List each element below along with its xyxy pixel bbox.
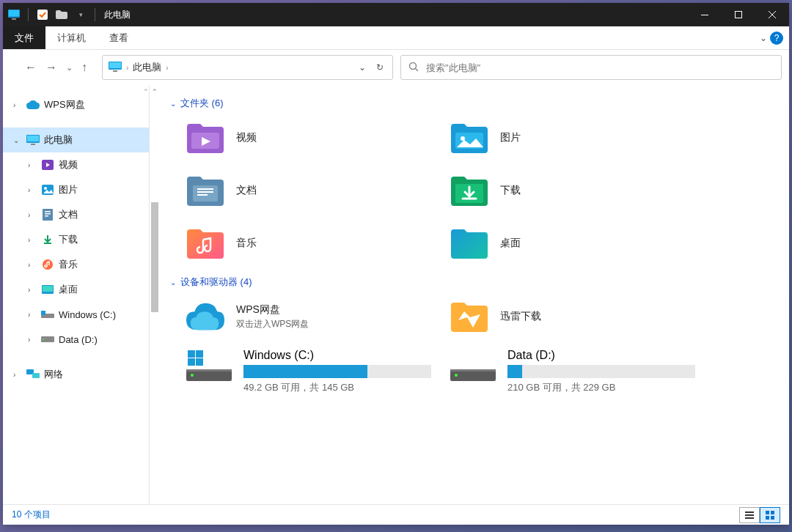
wps-cloud-icon <box>186 300 224 333</box>
tile-label: WPS网盘 <box>236 303 309 317</box>
nav-history-dropdown[interactable]: ⌄ <box>66 63 73 73</box>
tile-label: 视频 <box>236 131 257 144</box>
group-label: 文件夹 (6) <box>180 97 224 110</box>
separator <box>28 8 29 21</box>
tree-item-videos[interactable]: › 视频 <box>3 152 149 177</box>
status-item-count: 10 个项目 <box>12 509 51 521</box>
chevron-right-icon[interactable]: › <box>13 101 22 109</box>
dropdown-titlebar-icon[interactable]: ▾ <box>74 8 87 21</box>
nav-forward-button[interactable]: → <box>45 61 57 74</box>
svg-rect-8 <box>113 70 117 72</box>
tile-label: 下载 <box>500 184 521 197</box>
ribbon: 文件 计算机 查看 ⌄ ? <box>3 26 789 50</box>
music-folder-icon <box>186 226 224 260</box>
drive-label: Windows (C:) <box>243 349 431 362</box>
folder-titlebar-icon[interactable] <box>55 8 68 21</box>
sidebar-scroll-up-icon[interactable]: ⌃ <box>143 88 149 95</box>
svg-rect-13 <box>31 144 35 145</box>
svg-rect-56 <box>766 516 769 520</box>
drive-tile-d[interactable]: Data (D:) 210 GB 可用，共 229 GB <box>447 346 697 402</box>
quick-access-icon[interactable] <box>36 8 49 21</box>
search-box[interactable] <box>400 55 782 80</box>
tile-label: 文档 <box>236 184 257 197</box>
chevron-right-icon[interactable]: › <box>28 186 37 194</box>
crumb-sep[interactable]: › <box>166 64 168 72</box>
crumb-sep[interactable]: › <box>126 64 128 72</box>
tree-label: 桌面 <box>59 283 78 296</box>
minimize-button[interactable] <box>688 3 722 26</box>
search-input[interactable] <box>426 62 774 73</box>
tree-item-pictures[interactable]: › 图片 <box>3 177 149 202</box>
tree-item-documents[interactable]: › 文档 <box>3 202 149 227</box>
svg-rect-5 <box>736 12 742 18</box>
folder-tile-downloads[interactable]: 下载 <box>447 167 697 214</box>
ribbon-collapse-icon[interactable]: ⌄ <box>760 33 767 43</box>
wps-cloud-icon <box>26 98 40 111</box>
tree-item-d-drive[interactable]: › Data (D:) <box>3 327 149 352</box>
close-button[interactable] <box>755 3 789 26</box>
device-tile-xunlei[interactable]: 迅雷下载 <box>447 293 697 340</box>
this-pc-addr-icon <box>109 62 122 74</box>
group-header-devices[interactable]: ⌄ 设备和驱动器 (4) <box>170 276 782 289</box>
drive-subtitle: 49.2 GB 可用，共 145 GB <box>243 381 431 394</box>
chevron-down-icon[interactable]: ⌄ <box>13 136 22 144</box>
tree-item-wps[interactable]: › WPS网盘 <box>3 92 149 117</box>
tree-item-desktop[interactable]: › 桌面 <box>3 277 149 302</box>
svg-rect-2 <box>12 18 16 20</box>
folder-tile-music[interactable]: 音乐 <box>183 220 433 267</box>
tree-item-this-pc[interactable]: ⌄ 此电脑 <box>3 128 149 152</box>
help-button[interactable]: ? <box>770 32 783 45</box>
ribbon-tab-file[interactable]: 文件 <box>3 26 45 49</box>
svg-rect-42 <box>186 369 232 372</box>
tree-label: 视频 <box>59 158 78 171</box>
tree-item-music[interactable]: › 音乐 <box>3 252 149 277</box>
svg-rect-55 <box>771 511 774 514</box>
tree-item-c-drive[interactable]: › Windows (C:) <box>3 302 149 327</box>
scroll-thumb[interactable] <box>151 202 158 312</box>
tree-label: 图片 <box>59 183 78 196</box>
svg-rect-18 <box>43 209 53 221</box>
content-scrollbar[interactable]: ⌃ <box>150 85 160 504</box>
scroll-up-icon[interactable]: ⌃ <box>152 88 158 95</box>
address-bar[interactable]: › 此电脑 › ⌄ ↻ <box>102 55 393 80</box>
refresh-button[interactable]: ↻ <box>373 59 386 75</box>
documents-folder-icon <box>186 174 224 207</box>
svg-point-9 <box>410 62 417 69</box>
drive-label: Data (D:) <box>507 349 695 362</box>
pictures-folder-icon <box>450 121 488 155</box>
chevron-right-icon[interactable]: › <box>28 236 37 244</box>
nav-back-button[interactable]: ← <box>25 61 37 74</box>
svg-rect-39 <box>197 194 208 196</box>
folder-tile-videos[interactable]: 视频 <box>183 114 433 161</box>
folder-tile-documents[interactable]: 文档 <box>183 167 433 214</box>
tile-label: 迅雷下载 <box>500 310 541 323</box>
group-header-folders[interactable]: ⌄ 文件夹 (6) <box>170 97 782 110</box>
videos-icon <box>41 158 54 171</box>
tile-label: 图片 <box>500 131 521 144</box>
drive-tile-c[interactable]: Windows (C:) 49.2 GB 可用，共 145 GB <box>183 346 433 402</box>
chevron-right-icon[interactable]: › <box>28 311 37 319</box>
ribbon-tab-view[interactable]: 查看 <box>98 26 140 49</box>
view-details-button[interactable] <box>739 507 760 523</box>
folder-tile-desktop[interactable]: 桌面 <box>447 220 697 267</box>
tree-item-network[interactable]: › 网络 <box>3 362 149 387</box>
ribbon-tab-computer[interactable]: 计算机 <box>45 26 98 49</box>
breadcrumb-root[interactable]: 此电脑 <box>133 61 161 74</box>
svg-rect-44 <box>188 350 195 358</box>
maximize-button[interactable] <box>722 3 755 26</box>
address-dropdown-icon[interactable]: ⌄ <box>356 59 369 75</box>
chevron-right-icon[interactable]: › <box>28 211 37 219</box>
svg-rect-37 <box>197 188 213 190</box>
chevron-right-icon[interactable]: › <box>28 161 37 169</box>
tree-item-downloads[interactable]: › 下载 <box>3 227 149 252</box>
folder-tile-pictures[interactable]: 图片 <box>447 114 697 161</box>
chevron-right-icon[interactable]: › <box>28 336 37 344</box>
chevron-right-icon[interactable]: › <box>13 371 22 379</box>
windows-drive-icon <box>186 349 232 383</box>
nav-up-button[interactable]: ↑ <box>81 61 87 74</box>
chevron-right-icon[interactable]: › <box>28 286 37 294</box>
device-tile-wps[interactable]: WPS网盘 双击进入WPS网盘 <box>183 293 433 340</box>
chevron-down-icon: ⌄ <box>170 100 176 108</box>
view-tiles-button[interactable] <box>760 507 780 523</box>
chevron-right-icon[interactable]: › <box>28 261 37 269</box>
